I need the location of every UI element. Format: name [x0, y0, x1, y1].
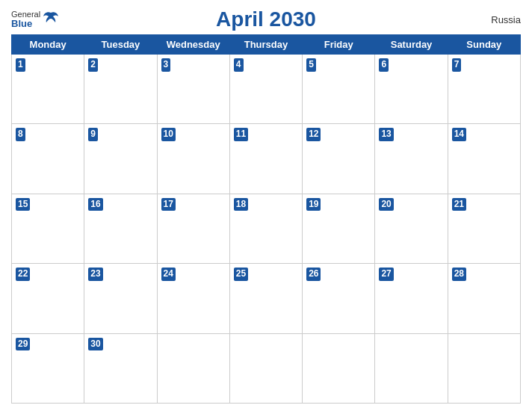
logo-bird-icon: [43, 11, 58, 23]
date-number: 8: [16, 128, 25, 141]
day-cell: 26: [303, 264, 375, 333]
day-cell: 8: [12, 124, 84, 194]
day-cell: [229, 333, 302, 403]
date-number: 9: [88, 128, 98, 141]
date-number: 11: [234, 128, 248, 141]
date-number: 23: [88, 268, 102, 281]
date-number: 3: [161, 58, 171, 72]
day-cell: 20: [375, 194, 448, 263]
country-label: Russia: [491, 14, 521, 25]
date-number: 22: [16, 268, 30, 281]
day-cell: 29: [12, 333, 84, 403]
day-cell: 10: [157, 124, 229, 194]
col-wednesday: Wednesday: [157, 35, 229, 55]
date-number: 19: [306, 198, 321, 211]
date-number: 10: [161, 128, 176, 141]
day-cell: 1: [12, 55, 84, 124]
day-cell: [375, 333, 448, 403]
date-number: 20: [379, 198, 393, 211]
week-row-1: 1234567: [12, 55, 521, 124]
date-number: 2: [88, 58, 98, 72]
date-number: 16: [88, 198, 102, 211]
date-number: 24: [161, 268, 176, 281]
day-cell: 16: [84, 194, 157, 263]
day-cell: [448, 333, 520, 403]
date-number: 7: [452, 58, 462, 72]
day-cell: 30: [84, 333, 157, 403]
date-number: 28: [452, 268, 466, 281]
logo-blue-text: Blue: [11, 19, 40, 29]
calendar-title: April 2030: [216, 7, 316, 31]
calendar-header: General Blue April 2030 Russia: [11, 7, 521, 31]
calendar-table: Monday Tuesday Wednesday Thursday Friday…: [11, 34, 521, 404]
day-cell: 18: [229, 194, 302, 263]
day-cell: 25: [229, 264, 302, 333]
week-row-3: 15161718192021: [12, 194, 521, 263]
date-number: 27: [379, 268, 393, 281]
day-cell: 27: [375, 264, 448, 333]
day-cell: [157, 333, 229, 403]
day-cell: 2: [84, 55, 157, 124]
day-cell: 4: [229, 55, 302, 124]
day-cell: 28: [448, 264, 520, 333]
day-cell: [303, 333, 375, 403]
day-cell: 14: [448, 124, 520, 194]
day-cell: 5: [303, 55, 375, 124]
day-cell: 17: [157, 194, 229, 263]
date-number: 15: [16, 198, 30, 211]
date-number: 5: [306, 58, 316, 72]
date-number: 18: [234, 198, 248, 211]
logo: General Blue: [11, 10, 58, 29]
day-cell: 11: [229, 124, 302, 194]
day-header-row: Monday Tuesday Wednesday Thursday Friday…: [12, 35, 521, 55]
date-number: 17: [161, 198, 176, 211]
day-cell: 23: [84, 264, 157, 333]
day-cell: 21: [448, 194, 520, 263]
day-cell: 3: [157, 55, 229, 124]
col-sunday: Sunday: [448, 35, 520, 55]
day-cell: 19: [303, 194, 375, 263]
day-cell: 22: [12, 264, 84, 333]
col-friday: Friday: [303, 35, 375, 55]
date-number: 26: [306, 268, 321, 281]
date-number: 1: [16, 58, 25, 72]
day-cell: 6: [375, 55, 448, 124]
date-number: 12: [306, 128, 321, 141]
day-cell: 7: [448, 55, 520, 124]
col-tuesday: Tuesday: [84, 35, 157, 55]
week-row-4: 22232425262728: [12, 264, 521, 333]
week-row-2: 891011121314: [12, 124, 521, 194]
date-number: 13: [379, 128, 393, 141]
col-monday: Monday: [12, 35, 84, 55]
date-number: 14: [452, 128, 466, 141]
date-number: 30: [88, 338, 102, 351]
week-row-5: 2930: [12, 333, 521, 403]
date-number: 4: [234, 58, 244, 72]
day-cell: 24: [157, 264, 229, 333]
col-thursday: Thursday: [229, 35, 302, 55]
day-cell: 12: [303, 124, 375, 194]
col-saturday: Saturday: [375, 35, 448, 55]
date-number: 6: [379, 58, 389, 72]
date-number: 25: [234, 268, 248, 281]
day-cell: 13: [375, 124, 448, 194]
day-cell: 9: [84, 124, 157, 194]
date-number: 21: [452, 198, 466, 211]
date-number: 29: [16, 338, 30, 351]
day-cell: 15: [12, 194, 84, 263]
